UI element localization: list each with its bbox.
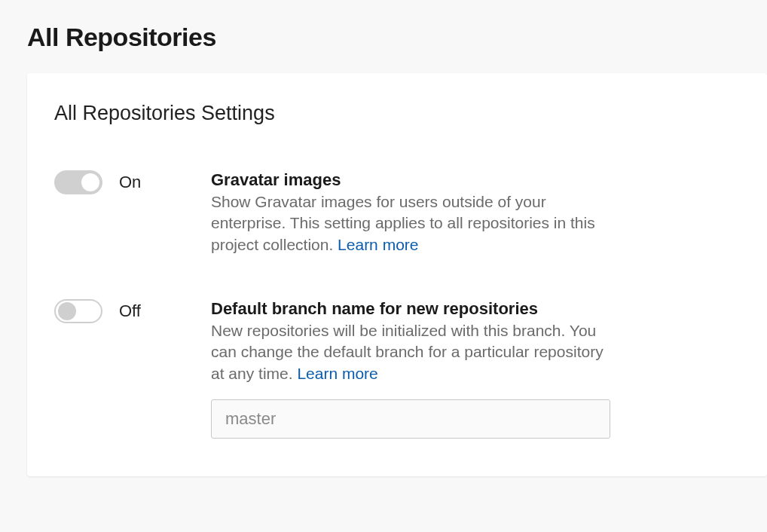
setting-default-branch: Off Default branch name for new reposito…: [54, 299, 740, 439]
default-branch-learn-more-link[interactable]: Learn more: [297, 365, 377, 382]
toggle-knob-icon: [58, 302, 76, 320]
gravatar-toggle-label: On: [119, 173, 141, 192]
gravatar-content: Gravatar images Show Gravatar images for…: [211, 170, 618, 255]
toggle-knob-icon: [81, 173, 99, 191]
gravatar-learn-more-link[interactable]: Learn more: [338, 236, 418, 253]
default-branch-toggle[interactable]: [54, 299, 102, 323]
toggle-column: Off: [54, 299, 211, 323]
default-branch-title: Default branch name for new repositories: [211, 299, 618, 319]
card-title: All Repositories Settings: [54, 102, 740, 125]
default-branch-input[interactable]: [211, 399, 610, 439]
gravatar-description: Show Gravatar images for users outside o…: [211, 191, 618, 255]
default-branch-toggle-label: Off: [119, 301, 141, 321]
gravatar-title: Gravatar images: [211, 170, 618, 190]
setting-gravatar: On Gravatar images Show Gravatar images …: [54, 170, 740, 255]
gravatar-toggle[interactable]: [54, 170, 102, 194]
default-branch-description: New repositories will be initialized wit…: [211, 320, 618, 384]
default-branch-desc-text: New repositories will be initialized wit…: [211, 322, 604, 382]
settings-card: All Repositories Settings On Gravatar im…: [27, 73, 767, 476]
page-title: All Repositories: [27, 23, 767, 52]
toggle-column: On: [54, 170, 211, 194]
default-branch-content: Default branch name for new repositories…: [211, 299, 618, 439]
